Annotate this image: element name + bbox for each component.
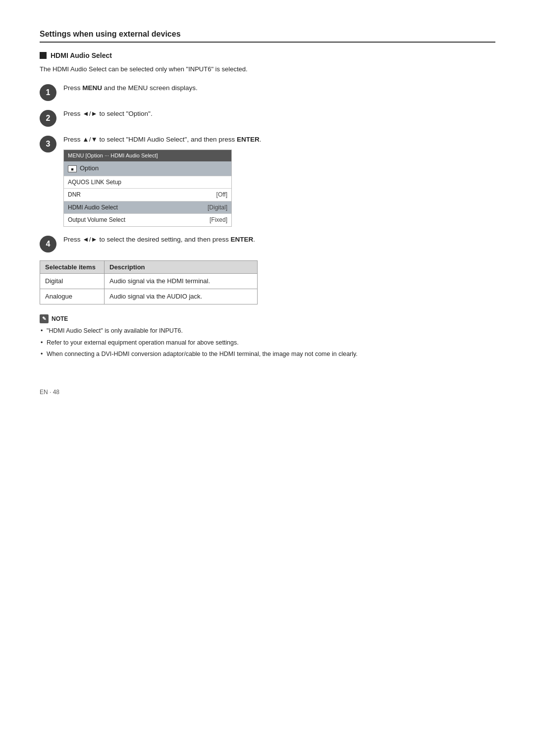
intro-text: The HDMI Audio Select can be selected on…: [40, 64, 495, 74]
step-1-bold: MENU: [82, 84, 102, 92]
note-label: NOTE: [52, 315, 68, 322]
menu-row-3-value: [Fixed]: [181, 214, 231, 226]
subsection-title: HDMI Audio Select: [40, 51, 495, 59]
menu-table: AQUOS LINK Setup DNR [Off] HDMI Audio Se…: [64, 176, 231, 226]
step-4-arrow-icon: ◄/►: [82, 236, 97, 243]
step-1: 1 Press MENU and the MENU screen display…: [40, 83, 495, 101]
menu-row-3: Output Volume Select [Fixed]: [64, 214, 231, 226]
section-title: Settings when using external devices: [40, 30, 495, 43]
note-list: "HDMI Audio Select" is only available fo…: [40, 326, 495, 359]
step-3-suffix: to select "HDMI Audio Select", and then …: [98, 136, 237, 143]
step-3-bold: ENTER: [237, 136, 260, 143]
step-1-badge: 1: [40, 84, 56, 101]
step-2-badge: 2: [40, 110, 56, 127]
selectable-item-1: Analogue: [40, 289, 105, 304]
subsection-title-text: HDMI Audio Select: [51, 51, 112, 59]
step-4-end: .: [253, 236, 255, 243]
note-item-0: "HDMI Audio Select" is only available fo…: [40, 326, 495, 336]
step-1-content: Press MENU and the MENU screen displays.: [63, 83, 495, 94]
step-2-suffix: to select "Option".: [98, 110, 153, 117]
menu-row-2-value: [Digital]: [181, 201, 231, 214]
selectable-description-0: Audio signal via the HDMI terminal.: [105, 273, 258, 289]
black-square-icon: [40, 52, 47, 59]
menu-row-2: HDMI Audio Select [Digital]: [64, 201, 231, 214]
step-4-suffix: to select the desired setting, and then …: [98, 236, 231, 243]
selectable-item-0: Digital: [40, 273, 105, 289]
selectable-table-header-col1: Selectable items: [40, 260, 105, 273]
step-4-bold: ENTER: [230, 236, 253, 243]
menu-row-0-value: [181, 176, 231, 189]
step-4: 4 Press ◄/► to select the desired settin…: [40, 235, 495, 252]
step-2-prefix: Press: [63, 110, 82, 117]
menu-row-1: DNR [Off]: [64, 189, 231, 202]
menu-header: MENU [Option ··· HDMI Audio Select]: [64, 150, 231, 161]
note-icon: ✎: [40, 314, 49, 323]
step-2-arrow-icon: ◄/►: [82, 110, 97, 117]
step-4-content: Press ◄/► to select the desired setting,…: [63, 235, 495, 245]
menu-row-0-label: AQUOS LINK Setup: [64, 176, 181, 189]
menu-row-0: AQUOS LINK Setup: [64, 176, 231, 189]
note-item-2: When connecting a DVI-HDMI conversion ad…: [40, 350, 495, 359]
menu-option-label: Option: [80, 163, 99, 173]
selectable-table-header-row: Selectable items Description: [40, 260, 258, 273]
step-3-badge: 3: [40, 136, 56, 152]
step-3-end: .: [260, 136, 262, 143]
selectable-description-1: Audio signal via the AUDIO jack.: [105, 289, 258, 304]
footer: EN · 48: [40, 389, 495, 396]
step-3-arrow-icon: ▲/▼: [82, 136, 97, 143]
note-header: ✎ NOTE: [40, 314, 495, 323]
selectable-table: Selectable items Description Digital Aud…: [40, 260, 258, 304]
menu-row-1-value: [Off]: [181, 189, 231, 202]
step-2: 2 Press ◄/► to select "Option".: [40, 109, 495, 127]
step-1-prefix: Press: [63, 84, 82, 92]
step-1-suffix: and the MENU screen displays.: [102, 84, 198, 92]
step-4-prefix: Press: [63, 236, 82, 243]
step-2-content: Press ◄/► to select "Option".: [63, 109, 495, 119]
menu-row-1-label: DNR: [64, 189, 181, 202]
note-section: ✎ NOTE "HDMI Audio Select" is only avail…: [40, 314, 495, 359]
selectable-table-header-col2: Description: [105, 260, 258, 273]
menu-option-icon: ■: [68, 165, 77, 172]
menu-row-3-label: Output Volume Select: [64, 214, 181, 226]
selectable-table-row-1: Analogue Audio signal via the AUDIO jack…: [40, 289, 258, 304]
step-3-content: Press ▲/▼ to select "HDMI Audio Select",…: [63, 135, 495, 227]
menu-row-2-label: HDMI Audio Select: [64, 201, 181, 214]
step-3: 3 Press ▲/▼ to select "HDMI Audio Select…: [40, 135, 495, 227]
step-3-prefix: Press: [63, 136, 82, 143]
step-4-badge: 4: [40, 236, 56, 252]
menu-option-row: ■ Option: [64, 161, 231, 175]
selectable-table-row-0: Digital Audio signal via the HDMI termin…: [40, 273, 258, 289]
menu-screenshot: MENU [Option ··· HDMI Audio Select] ■ Op…: [63, 150, 232, 227]
note-item-1: Refer to your external equipment operati…: [40, 338, 495, 348]
